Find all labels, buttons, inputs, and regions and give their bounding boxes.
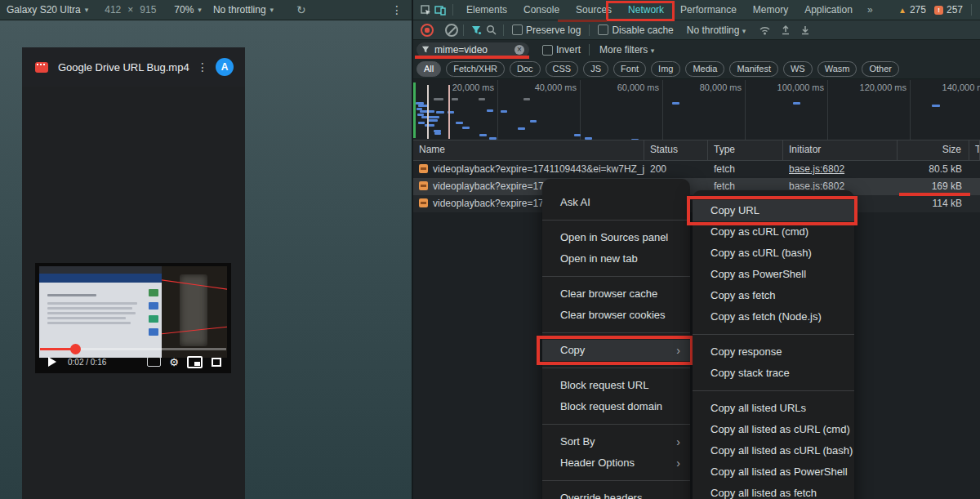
viewport-height-field[interactable]: 915	[140, 4, 156, 16]
more-filters-dropdown[interactable]: More filters	[599, 44, 654, 56]
picture-in-picture-icon[interactable]	[187, 356, 203, 368]
context-menu-item-header-options[interactable]: Header Options›	[542, 452, 690, 474]
tab-sources[interactable]: Sources	[568, 0, 620, 20]
play-icon[interactable]	[48, 357, 56, 367]
menu-item-label: Copy all listed URLs	[710, 402, 806, 414]
import-har-icon[interactable]	[778, 25, 793, 35]
network-throttle-select[interactable]: No throttling	[687, 25, 746, 36]
copy-submenu-item-copy-as-curl-cmd[interactable]: Copy as cURL (cmd)	[693, 221, 854, 243]
video-frame-photo	[162, 266, 227, 358]
context-menu-item-block-request-url[interactable]: Block request URL	[542, 375, 690, 396]
context-menu-item-ask-ai[interactable]: Ask AI	[542, 192, 690, 213]
tab-console[interactable]: Console	[515, 0, 568, 20]
column-header-type[interactable]: Type	[708, 140, 783, 160]
rotate-device-icon[interactable]: ↻	[296, 3, 306, 16]
chip-js[interactable]: JS	[583, 61, 608, 77]
search-icon[interactable]	[483, 25, 498, 35]
clear-filter-icon[interactable]: ×	[514, 45, 524, 55]
chip-media[interactable]: Media	[685, 61, 724, 77]
network-overview-timeline[interactable]: 20,000 ms40,000 ms60,000 ms80,000 ms100,…	[413, 80, 980, 140]
chip-ws[interactable]: WS	[783, 61, 813, 77]
video-player[interactable]: 0:02 / 0:16 ⚙	[35, 263, 231, 373]
menu-item-label: Copy	[560, 344, 585, 356]
chip-other[interactable]: Other	[862, 61, 899, 77]
video-progress-bar[interactable]	[40, 348, 226, 350]
phone-overflow-menu-icon[interactable]: ⋮	[194, 60, 211, 74]
device-toolbar-menu-icon[interactable]: ⋮	[389, 3, 405, 16]
table-row[interactable]: videoplayback?expire=1741109443&ei=kw7HZ…	[413, 161, 980, 178]
copy-submenu-item-copy-all-listed-as-curl-bash[interactable]: Copy all listed as cURL (bash)	[693, 440, 854, 461]
chip-img[interactable]: Img	[651, 61, 680, 77]
tab-elements[interactable]: Elements	[458, 0, 515, 20]
tab-application[interactable]: Application	[796, 0, 861, 20]
column-header-name[interactable]: Name	[413, 140, 644, 160]
device-throttle-select[interactable]: No throttling	[213, 4, 274, 16]
menu-item-label: Block request domain	[560, 400, 662, 412]
column-header-time[interactable]: Time	[969, 140, 980, 160]
account-avatar[interactable]: A	[216, 58, 234, 76]
chip-all[interactable]: All	[416, 61, 441, 77]
device-toolbar: Galaxy S20 Ultra 412 × 915 70% No thrott…	[0, 0, 412, 20]
waterfall-bar	[452, 98, 458, 100]
chip-wasm[interactable]: Wasm	[817, 61, 858, 77]
warning-count[interactable]: 275	[910, 4, 926, 16]
column-header-size[interactable]: Size	[898, 140, 969, 160]
submenu-arrow-icon: ›	[676, 431, 680, 452]
copy-submenu-item-copy-all-listed-as-powershell[interactable]: Copy all listed as PowerShell	[693, 461, 854, 483]
device-select[interactable]: Galaxy S20 Ultra	[7, 4, 88, 16]
tab-performance[interactable]: Performance	[672, 0, 745, 20]
toggle-device-toolbar-icon[interactable]	[433, 5, 448, 16]
waterfall-bar	[421, 116, 439, 118]
zoom-select[interactable]: 70%	[174, 4, 202, 16]
context-menu-item-sort-by[interactable]: Sort By›	[542, 431, 690, 452]
context-menu-item-copy[interactable]: Copy›	[542, 340, 690, 361]
quality-badge-icon[interactable]	[147, 357, 161, 367]
record-network-log-icon[interactable]	[421, 24, 434, 37]
filter-funnel-icon[interactable]	[469, 25, 483, 35]
copy-submenu-item-copy-url[interactable]: Copy URL	[693, 200, 854, 221]
copy-submenu-item-copy-response[interactable]: Copy response	[693, 341, 854, 363]
inspect-element-icon[interactable]	[418, 5, 433, 16]
context-menu-item-block-request-domain[interactable]: Block request domain	[542, 396, 690, 417]
copy-submenu-item-copy-as-fetch-node-js[interactable]: Copy as fetch (Node.js)	[693, 306, 854, 327]
requests-table-header: NameStatusTypeInitiatorSizeTime	[413, 140, 980, 161]
column-header-initiator[interactable]: Initiator	[783, 140, 898, 160]
disable-cache-checkbox[interactable]	[598, 25, 608, 35]
fullscreen-icon[interactable]	[212, 358, 221, 367]
chip-css[interactable]: CSS	[546, 61, 579, 77]
column-header-status[interactable]: Status	[644, 140, 708, 160]
context-menu-item-clear-browser-cache[interactable]: Clear browser cache	[542, 283, 690, 305]
context-menu-item-open-in-sources-panel[interactable]: Open in Sources panel	[542, 227, 690, 248]
copy-submenu-item-copy-all-listed-as-fetch[interactable]: Copy all listed as fetch	[693, 483, 854, 499]
waterfall-bar	[501, 110, 507, 113]
invert-checkbox[interactable]	[542, 45, 553, 56]
chip-fetch-xhr[interactable]: Fetch/XHR	[446, 61, 505, 77]
tab-memory[interactable]: Memory	[745, 0, 796, 20]
copy-submenu-item-copy-all-listed-urls[interactable]: Copy all listed URLs	[693, 398, 854, 419]
context-menu-item-open-in-new-tab[interactable]: Open in new tab	[542, 248, 690, 270]
initiator-link[interactable]: base.js:6802	[789, 163, 844, 175]
context-menu-item-clear-browser-cookies[interactable]: Clear browser cookies	[542, 305, 690, 326]
copy-submenu-item-copy-all-listed-as-curl-cmd[interactable]: Copy all listed as cURL (cmd)	[693, 419, 854, 440]
export-har-icon[interactable]	[798, 25, 813, 35]
error-count[interactable]: 257	[947, 4, 963, 16]
viewport-width-field[interactable]: 412	[105, 4, 121, 16]
request-name-cell[interactable]: videoplayback?expire=1741109443&ei=kw7HZ…	[413, 161, 644, 178]
context-menu-item-override-headers[interactable]: Override headers	[542, 488, 690, 499]
zoom-select-label: 70%	[174, 4, 194, 16]
menu-item-label: Copy as PowerShell	[710, 268, 806, 280]
menu-item-label: Block request URL	[560, 379, 648, 391]
tab-network[interactable]: Network	[620, 0, 672, 20]
video-settings-gear-icon[interactable]: ⚙	[169, 356, 179, 368]
clear-network-log-icon[interactable]	[445, 24, 458, 37]
chip-doc[interactable]: Doc	[510, 61, 541, 77]
network-conditions-icon[interactable]	[757, 25, 772, 35]
chip-manifest[interactable]: Manifest	[729, 61, 778, 77]
copy-submenu-item-copy-as-powershell[interactable]: Copy as PowerShell	[693, 264, 854, 285]
preserve-log-checkbox[interactable]	[512, 25, 523, 35]
copy-submenu-item-copy-stack-trace[interactable]: Copy stack trace	[693, 363, 854, 384]
copy-submenu-item-copy-as-fetch[interactable]: Copy as fetch	[693, 285, 854, 306]
copy-submenu-item-copy-as-curl-bash[interactable]: Copy as cURL (bash)	[693, 243, 854, 264]
more-tabs-icon[interactable]: »	[861, 4, 880, 16]
chip-font[interactable]: Font	[613, 61, 646, 77]
